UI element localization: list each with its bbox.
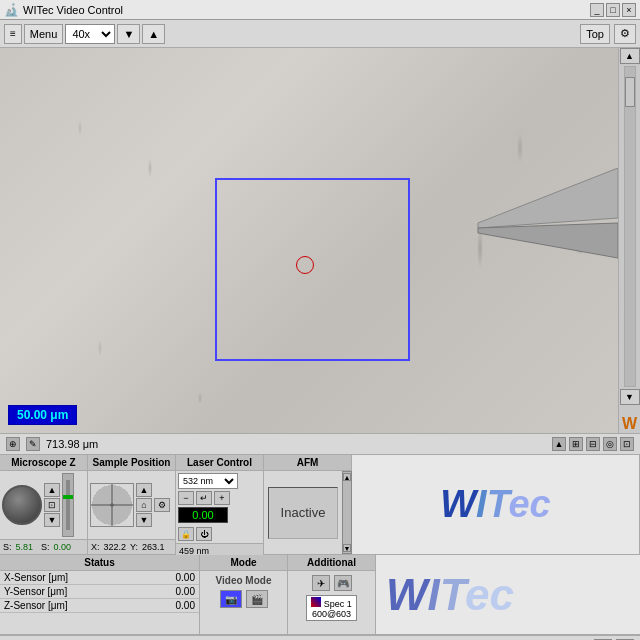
spec-badge: Spec 1 600@603: [306, 595, 357, 621]
toolbar-settings-button[interactable]: ⚙: [614, 24, 636, 44]
camera-button[interactable]: 📷: [220, 590, 242, 608]
pos-icon-4[interactable]: ◎: [603, 437, 617, 451]
minimize-button[interactable]: _: [590, 3, 604, 17]
spec-color: [311, 597, 321, 607]
app-icon: 🔬: [4, 3, 19, 17]
laser-minus-button[interactable]: −: [178, 491, 194, 505]
afm-slider-down[interactable]: ▼: [343, 544, 351, 552]
video-scrollbar[interactable]: ▲ ▼ W: [618, 48, 640, 433]
position-bar: ⊕ ✎ 713.98 μm ▲ ⊞ ⊟ ◎ ⊡: [0, 433, 640, 455]
afm-body: Inactive: [264, 471, 342, 554]
afm-slider-up[interactable]: ▲: [343, 473, 351, 481]
plane-button[interactable]: ✈: [312, 575, 330, 591]
mic-z-slider[interactable]: [62, 473, 74, 537]
mag-down-button[interactable]: ▼: [117, 24, 140, 44]
status-table-body: X-Sensor [μm] 0.00 Y-Sensor [μm] 0.00 Z-…: [0, 571, 199, 613]
spec-value: 600@603: [312, 609, 351, 619]
maximize-button[interactable]: □: [606, 3, 620, 17]
game-icon: 🎮: [337, 578, 349, 589]
target-circle: [296, 256, 314, 274]
edit-icon[interactable]: ✎: [26, 437, 40, 451]
lower-witec-t: T: [440, 570, 465, 619]
toolbar-right: Top ⚙: [580, 24, 636, 44]
mic-z-track: [66, 480, 70, 530]
svg-marker-0: [478, 168, 618, 228]
laser-plus-button[interactable]: +: [214, 491, 230, 505]
mic-z-up-button[interactable]: ▲: [44, 483, 60, 497]
menu-icon[interactable]: ≡: [4, 24, 22, 44]
sample-x-label: X:: [91, 542, 100, 552]
game-button[interactable]: 🎮: [334, 575, 352, 591]
lower-witec-w: W: [386, 570, 428, 619]
laser-power-button[interactable]: ⏻: [196, 527, 212, 541]
sample-x-value: 322.2: [104, 542, 127, 552]
status-x-value: 0.00: [144, 571, 199, 585]
scroll-up-button[interactable]: ▲: [620, 48, 640, 64]
close-button[interactable]: ×: [622, 3, 636, 17]
pos-icon-3[interactable]: ⊟: [586, 437, 600, 451]
video-area: 50.00 μm: [0, 48, 618, 433]
status-panel: Status X-Sensor [μm] 0.00 Y-Sensor [μm] …: [0, 555, 200, 634]
film-button[interactable]: 🎬: [246, 590, 268, 608]
sample-pos-buttons: ▲ ⌂ ▼: [136, 473, 152, 537]
sample-position-panel: Sample Position ▲ ⌂ ▼ ⚙ X: 322.2 Y:: [88, 455, 176, 554]
pos-icon-1[interactable]: ▲: [552, 437, 566, 451]
microscope-z-body: ▲ ⊡ ▼: [0, 471, 87, 539]
sample-home-button[interactable]: ⌂: [136, 498, 152, 512]
scroll-track[interactable]: [624, 66, 636, 387]
additional-body: ✈ 🎮 Spec 1 600@603: [288, 571, 375, 625]
pos-bar-right: ▲ ⊞ ⊟ ◎ ⊡: [552, 437, 634, 451]
menu-button[interactable]: Menu: [24, 24, 64, 44]
title-bar-left: 🔬 WITec Video Control: [4, 3, 123, 17]
mic-z-s-label: S:: [3, 542, 12, 552]
lower-row: Status X-Sensor [μm] 0.00 Y-Sensor [μm] …: [0, 555, 640, 635]
laser-controls-row: − ↵ +: [178, 491, 261, 505]
laser-enter-button[interactable]: ↵: [196, 491, 212, 505]
status-z-label: Z-Sensor [μm]: [0, 599, 144, 613]
pos-icon-2[interactable]: ⊞: [569, 437, 583, 451]
mic-z-down-button[interactable]: ▼: [44, 513, 60, 527]
mode-header: Mode: [200, 555, 287, 571]
magnification-select[interactable]: 40x 10x 20x 100x: [65, 24, 115, 44]
mic-z-s2-label: S:: [41, 542, 50, 552]
witec-t: T: [487, 483, 509, 525]
camera-icon: 📷: [225, 594, 237, 605]
sample-up-button[interactable]: ▲: [136, 483, 152, 497]
laser-lock-button[interactable]: 🔒: [178, 527, 194, 541]
svg-marker-1: [478, 223, 618, 258]
afm-body-row: Inactive ▲ ▼: [264, 471, 351, 554]
mic-z-thumb[interactable]: [63, 495, 73, 499]
position-value: 713.98 μm: [46, 438, 98, 450]
witec-logo-area: WITec: [352, 455, 640, 554]
scroll-thumb[interactable]: [625, 77, 635, 107]
mode-icons: 📷 🎬: [220, 590, 268, 608]
scroll-down-button[interactable]: ▼: [620, 389, 640, 405]
status-x-label: X-Sensor [μm]: [0, 571, 144, 585]
spec-label: Spec 1: [324, 599, 352, 609]
crosshair-icon[interactable]: ⊕: [6, 437, 20, 451]
view-position-button[interactable]: Top: [580, 24, 610, 44]
witec-logo: WITec: [440, 483, 551, 526]
mic-z-focus-button[interactable]: ⊡: [44, 498, 60, 512]
mag-up-button[interactable]: ▲: [142, 24, 165, 44]
title-bar-controls[interactable]: _ □ ×: [590, 3, 636, 17]
sample-crosshair: [90, 483, 134, 527]
afm-inactive-display: Inactive: [268, 487, 338, 539]
pos-icon-5[interactable]: ⊡: [620, 437, 634, 451]
sample-down-button[interactable]: ▼: [136, 513, 152, 527]
witec-e: ec: [508, 483, 550, 525]
mode-body: Video Mode 📷 🎬: [200, 571, 287, 612]
additional-panel: Additional ✈ 🎮 Spec 1 600@6: [288, 555, 376, 634]
status-row-z: Z-Sensor [μm] 0.00: [0, 599, 199, 613]
laser-wavelength-select[interactable]: 532 nm: [178, 473, 238, 489]
status-row-x: X-Sensor [μm] 0.00: [0, 571, 199, 585]
microscope-z-header: Microscope Z: [0, 455, 87, 471]
window-title: WITec Video Control: [23, 4, 123, 16]
sample-pos-settings[interactable]: ⚙: [154, 498, 170, 512]
laser-control-body: 532 nm − ↵ + 0.00 🔒 ⏻: [176, 471, 263, 543]
afm-header: AFM: [264, 455, 351, 471]
probe-svg: [418, 168, 618, 288]
mic-z-buttons: ▲ ⊡ ▼: [44, 473, 60, 537]
laser-control-panel: Laser Control 532 nm − ↵ + 0.00 🔒 ⏻: [176, 455, 264, 554]
mode-panel: Mode Video Mode 📷 🎬: [200, 555, 288, 634]
